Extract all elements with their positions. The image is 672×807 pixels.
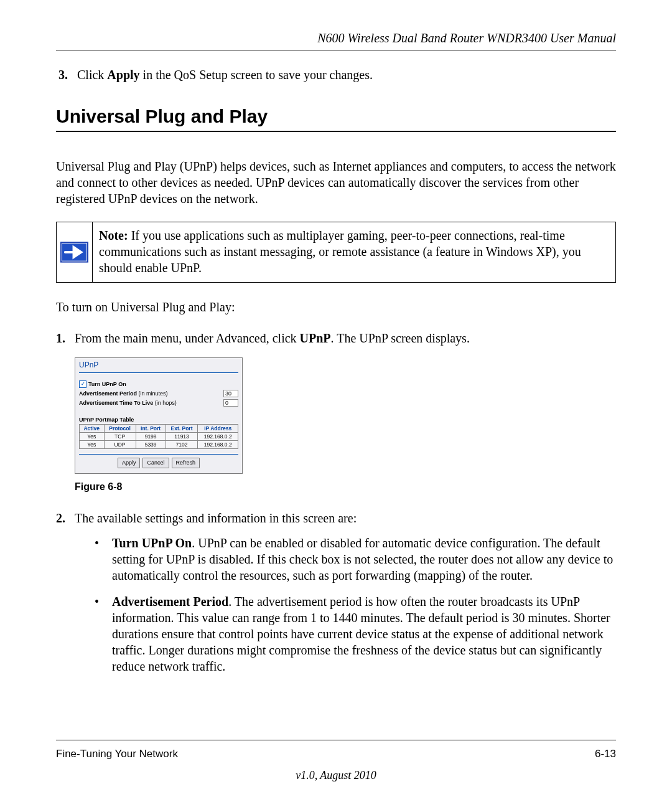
step-1: 1. From the main menu, under Advanced, c… [56,330,616,346]
table-row: Yes UDP 5339 7102 192.168.0.2 [80,441,238,449]
step-3-suffix: in the QoS Setup screen to save your cha… [140,68,373,82]
bullet-2-bold: Advertisement Period [112,595,228,608]
portmap-table: Active Protocol Int. Port Ext. Port IP A… [79,424,238,449]
turn-upnp-on-checkbox[interactable]: ✓ [79,380,86,388]
footer-right: 6-13 [595,748,616,760]
portmap-table-title: UPnP Portmap Table [79,417,238,423]
step-2: 2. The available settings and informatio… [56,510,616,684]
footer-version: v1.0, August 2010 [56,769,616,782]
note-icon-cell [57,222,93,282]
section-heading-upnp: Universal Plug and Play [56,106,616,127]
ss-title: UPnP [79,361,238,373]
footer-left: Fine-Tuning Your Network [56,748,178,760]
table-row: Yes TCP 9198 11913 192.168.0.2 [80,433,238,441]
header-rule [56,50,616,50]
adv-period-input[interactable] [223,390,238,397]
doc-title: N600 Wireless Dual Band Router WNDR3400 … [56,31,616,45]
section-rule [56,131,616,132]
step-3: 3. Click Apply in the QoS Setup screen t… [58,68,616,82]
upnp-screenshot: UPnP ✓ Turn UPnP On Advertisement Period… [75,357,243,474]
adv-period-label: Advertisement Period [79,390,137,397]
th-intport: Int. Port [136,425,166,433]
list-item: • Advertisement Period. The advertisemen… [95,593,616,674]
note-body: If you use applications such as multipla… [99,229,581,275]
th-protocol: Protocol [104,425,136,433]
step-2-number: 2. [56,510,75,684]
th-extport: Ext. Port [166,425,198,433]
bullet-icon: • [95,535,112,583]
step-1-number: 1. [56,330,75,346]
cancel-button[interactable]: Cancel [142,458,169,468]
th-ip: IP Address [198,425,238,433]
note-label: Note: [99,229,128,242]
step-1-bold: UPnP [300,331,331,345]
adv-period-units: (in minutes) [137,390,168,397]
intro-paragraph: Universal Plug and Play (UPnP) helps dev… [56,158,616,207]
step-1-suffix: . The UPnP screen displays. [331,331,470,345]
ttl-label: Advertisement Time To Live [79,400,153,406]
ttl-units: (in hops) [153,400,177,406]
step-3-bold: Apply [107,68,139,82]
step-3-number: 3. [58,68,68,82]
list-item: • Turn UPnP On. UPnP can be enabled or d… [95,535,616,583]
turn-upnp-on-label: Turn UPnP On [88,381,126,387]
bullet-1-bold: Turn UPnP On [112,536,192,550]
step-3-prefix: Click [77,68,107,82]
note-text: Note: If you use applications such as mu… [93,222,615,282]
ttl-input[interactable] [223,399,238,407]
turn-on-line: To turn on Universal Plug and Play: [56,299,616,315]
footer-rule [56,740,616,740]
figure-label: Figure 6-8 [75,481,616,493]
note-box: Note: If you use applications such as mu… [56,222,616,283]
refresh-button[interactable]: Refresh [172,458,200,468]
bullet-icon: • [95,593,112,674]
arrow-icon [60,242,88,263]
step-1-prefix: From the main menu, under Advanced, clic… [75,331,300,345]
th-active: Active [80,425,105,433]
apply-button[interactable]: Apply [118,458,141,468]
step-2-text: The available settings and information i… [75,511,357,525]
